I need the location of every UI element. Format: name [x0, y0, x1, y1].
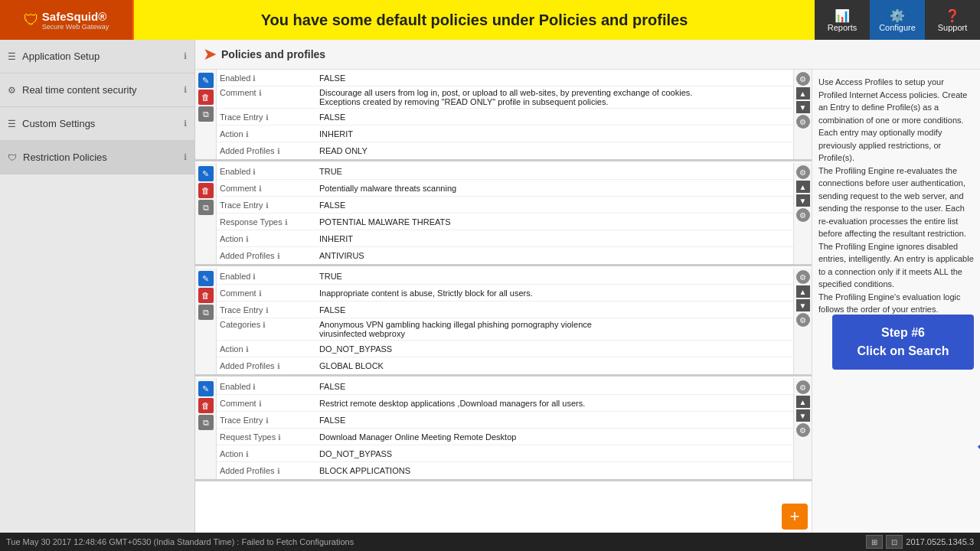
field-value: FALSE [319, 73, 345, 83]
field-value: READ ONLY [319, 146, 368, 155]
policy-row: Added Profiles ℹ ANTIVIRUS [217, 247, 793, 264]
right-panel-text-1: Use Access Profiles to setup your Profil… [818, 76, 974, 165]
policies-body: ✎ 🗑 ⧉ Enabled ℹ FALSE Comment ℹ Discoura… [195, 70, 980, 533]
policy-row: Added Profiles ℹ GLOBAL BLOCK [217, 357, 793, 374]
field-value: FALSE [319, 201, 345, 210]
realtime-icon: ⚙ [8, 85, 16, 96]
up-btn-4[interactable]: ▲ [796, 396, 810, 408]
policy-block-2: ✎ 🗑 ⧉ Enabled ℹ TRUE Comment ℹ Potential… [195, 163, 812, 266]
policy-row: Action ℹ INHERIT [217, 126, 793, 142]
field-label: Trace Entry ℹ [220, 305, 319, 315]
statusbar-message: Tue May 30 2017 12:48:46 GMT+0530 (India… [6, 537, 354, 546]
field-value: INHERIT [319, 234, 353, 243]
policy-row: Comment ℹ Potentially malware threats sc… [217, 180, 793, 197]
field-label: Response Types ℹ [220, 217, 319, 227]
delete-button-1[interactable]: 🗑 [198, 90, 214, 105]
nav-configure[interactable]: ⚙️ Configure [870, 0, 925, 40]
field-value: Potentially malware threats scanning [319, 184, 456, 193]
logo-name: SafeSquid® [42, 10, 109, 23]
restriction-policies-help-icon: ℹ [184, 152, 187, 162]
down-btn-3[interactable]: ▼ [796, 299, 810, 311]
gear-btn-2[interactable]: ⚙ [796, 165, 810, 179]
up-btn-1[interactable]: ▲ [796, 87, 810, 99]
nav-reports[interactable]: 📊 Reports [815, 0, 870, 40]
edit-button-3[interactable]: ✎ [198, 271, 214, 286]
policies-header-bar: ➤ Policies and profiles [195, 40, 980, 70]
policy-2-controls: ⚙ ▲ ▼ ⚙ [793, 163, 812, 264]
policy-block-1: ✎ 🗑 ⧉ Enabled ℹ FALSE Comment ℹ Discoura… [195, 70, 812, 161]
edit-button-2[interactable]: ✎ [198, 166, 214, 181]
field-label: Comment ℹ [220, 88, 319, 97]
gear-btn-4b[interactable]: ⚙ [796, 423, 810, 437]
copy-button-3[interactable]: ⧉ [198, 305, 214, 320]
field-label: Enabled ℹ [220, 167, 319, 176]
right-panel: Use Access Profiles to setup your Profil… [812, 70, 980, 533]
policy-row: Action ℹ DO_NOT_BYPASS [217, 341, 793, 357]
custom-settings-help-icon: ℹ [184, 119, 187, 129]
delete-button-2[interactable]: 🗑 [198, 183, 214, 198]
sidebar: ☰ Application Setup ℹ ⚙ Real time conten… [0, 40, 195, 533]
copy-button-2[interactable]: ⧉ [198, 200, 214, 215]
gear-btn-1b[interactable]: ⚙ [796, 115, 810, 129]
policy-row: Request Types ℹ Download Manager Online … [217, 429, 793, 445]
policy-row: Comment ℹ Restrict remote desktop applic… [217, 395, 793, 412]
statusbar-icon-2[interactable]: ⊡ [886, 535, 903, 549]
statusbar-icon-1[interactable]: ⊞ [866, 535, 883, 549]
sidebar-item-application-setup[interactable]: ☰ Application Setup ℹ [0, 40, 194, 73]
sidebar-item-realtime-content[interactable]: ⚙ Real time content security ℹ [0, 73, 194, 107]
policy-row: Comment ℹ Discourage all users from log … [217, 86, 793, 109]
field-label: Categories ℹ [220, 320, 319, 329]
policy-row: Added Profiles ℹ READ ONLY [217, 142, 793, 159]
tooltip-action: Click on Search [844, 342, 962, 360]
sidebar-item-custom-settings[interactable]: ☰ Custom Settings ℹ [0, 107, 194, 141]
policy-row: Trace Entry ℹ FALSE [217, 197, 793, 214]
content-area: ➤ Policies and profiles ✎ 🗑 ⧉ Enabled ℹ [195, 40, 980, 533]
field-label: Action ℹ [220, 234, 319, 243]
field-value: Restrict remote desktop applications ,Do… [319, 399, 585, 408]
gear-btn-3[interactable]: ⚙ [796, 270, 810, 284]
field-value: Inappropriate content is abuse, Strictly… [319, 289, 533, 298]
realtime-help-icon: ℹ [184, 85, 187, 95]
statusbar-right: ⊞ ⊡ 2017.0525.1345.3 [866, 535, 974, 549]
gear-btn-1[interactable]: ⚙ [796, 72, 810, 86]
policy-3-fields: Enabled ℹ TRUE Comment ℹ Inappropriate c… [217, 268, 793, 374]
field-value: BLOCK APPLICATIONS [319, 466, 410, 475]
add-policy-button[interactable]: + [782, 504, 808, 530]
policy-row: Trace Entry ℹ FALSE [217, 109, 793, 126]
copy-button-1[interactable]: ⧉ [198, 106, 214, 122]
policy-row: Action ℹ DO_NOT_BYPASS [217, 445, 793, 462]
edit-button-4[interactable]: ✎ [198, 381, 214, 396]
tooltip-arrow [903, 445, 980, 491]
copy-button-4[interactable]: ⧉ [198, 415, 214, 430]
delete-button-3[interactable]: 🗑 [198, 288, 214, 303]
field-label: Comment ℹ [220, 289, 319, 298]
nav-support[interactable]: ❓ Support [925, 0, 980, 40]
tooltip-overlay: Step #6 Click on Search [832, 315, 974, 370]
down-btn-1[interactable]: ▼ [796, 101, 810, 113]
delete-button-4[interactable]: 🗑 [198, 398, 214, 413]
field-label: Comment ℹ [220, 184, 319, 193]
gear-btn-4[interactable]: ⚙ [796, 380, 810, 394]
banner-text: You have some default policies under Pol… [261, 11, 688, 29]
field-value: Discourage all users from log in, post, … [319, 88, 692, 106]
policy-row: Enabled ℹ FALSE [217, 378, 793, 395]
down-btn-4[interactable]: ▼ [796, 409, 810, 422]
field-label: Trace Entry ℹ [220, 112, 319, 122]
policy-2-fields: Enabled ℹ TRUE Comment ℹ Potentially mal… [217, 163, 793, 264]
header: 🛡 SafeSquid® Secure Web Gateway You have… [0, 0, 980, 40]
field-value: GLOBAL BLOCK [319, 361, 384, 370]
sidebar-item-restriction-policies[interactable]: 🛡 Restriction Policies ℹ [0, 141, 194, 174]
policy-1-fields: Enabled ℹ FALSE Comment ℹ Discourage all… [217, 70, 793, 159]
field-label: Added Profiles ℹ [220, 466, 319, 475]
up-btn-2[interactable]: ▲ [796, 181, 810, 193]
policy-row: Categories ℹ Anonymous VPN gambling hack… [217, 318, 793, 341]
down-btn-2[interactable]: ▼ [796, 194, 810, 207]
statusbar-version: 2017.0525.1345.3 [906, 537, 974, 546]
up-btn-3[interactable]: ▲ [796, 285, 810, 298]
custom-settings-icon: ☰ [8, 119, 16, 129]
gear-btn-3b[interactable]: ⚙ [796, 313, 810, 327]
logo-shield-icon: 🛡 [24, 11, 39, 29]
field-value: POTENTIAL MALWARE THREATS [319, 217, 451, 227]
gear-btn-2b[interactable]: ⚙ [796, 208, 810, 222]
edit-button-1[interactable]: ✎ [198, 73, 214, 88]
